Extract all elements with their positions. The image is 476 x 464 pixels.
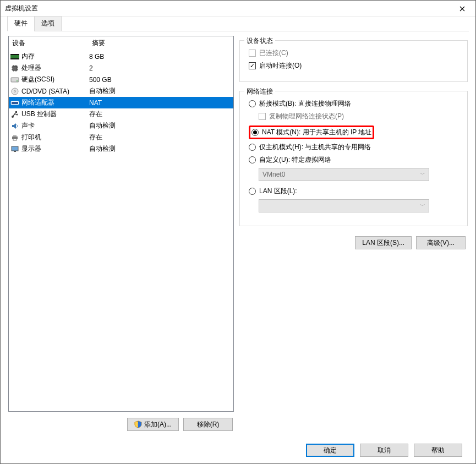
svg-rect-4 <box>11 78 19 82</box>
close-button[interactable] <box>450 1 474 17</box>
svg-rect-3 <box>13 66 17 70</box>
svg-rect-2 <box>10 58 19 59</box>
replicate-label: 复制物理网络连接状态(P) <box>269 112 344 121</box>
row-summary: 2 <box>89 64 232 72</box>
radio-bridge[interactable] <box>249 100 256 107</box>
radio-nat[interactable] <box>251 129 259 136</box>
svg-rect-1 <box>10 54 19 55</box>
memory-icon <box>10 52 20 61</box>
row-cd[interactable]: CD/DVD (SATA) 自动检测 <box>9 85 233 97</box>
row-label: CD/DVD (SATA) <box>21 88 89 95</box>
sound-icon <box>10 122 20 130</box>
svg-rect-15 <box>13 139 17 140</box>
radio-custom[interactable] <box>249 156 256 163</box>
row-summary: 存在 <box>89 133 232 142</box>
svg-point-7 <box>14 90 16 92</box>
hostonly-label: 仅主机模式(H): 与主机共享的专用网络 <box>259 143 371 152</box>
display-icon <box>10 145 20 154</box>
remove-button[interactable]: 移除(R) <box>183 418 233 431</box>
connected-label: 已连接(C) <box>259 48 288 58</box>
row-display[interactable]: 显示器 自动检测 <box>9 143 233 155</box>
row-label: 硬盘(SCSI) <box>21 75 89 84</box>
device-status-group: 设备状态 已连接(C) ✓ 启动时连接(O) <box>239 40 468 82</box>
chevron-down-icon: ﹀ <box>420 171 425 178</box>
row-summary: 500 GB <box>89 76 232 84</box>
cancel-button[interactable]: 取消 <box>360 444 408 457</box>
shield-icon <box>134 421 142 428</box>
nat-highlight: NAT 模式(N): 用于共享主机的 IP 地址 <box>249 125 374 139</box>
col-header-device: 设备 <box>9 36 89 50</box>
group-legend: 设备状态 <box>244 36 275 46</box>
network-connection-group: 网络连接 桥接模式(B): 直接连接物理网络 复制物理网络连接状态(P) NAT… <box>239 91 468 226</box>
row-label: 声卡 <box>21 121 89 130</box>
bridge-label: 桥接模式(B): 直接连接物理网络 <box>259 99 351 108</box>
row-summary: 自动检测 <box>89 86 232 96</box>
network-icon <box>10 99 20 107</box>
cpu-icon <box>10 64 20 73</box>
col-header-summary: 摘要 <box>89 36 233 50</box>
help-button[interactable]: 帮助 <box>414 444 462 457</box>
ok-button[interactable]: 确定 <box>306 444 354 457</box>
row-printer[interactable]: 打印机 存在 <box>9 132 233 143</box>
advanced-button[interactable]: 高级(V)... <box>416 236 466 249</box>
usb-icon <box>10 110 20 119</box>
add-button[interactable]: 添加(A)... <box>127 418 179 431</box>
nat-label: NAT 模式(N): 用于共享主机的 IP 地址 <box>262 128 371 137</box>
row-summary: 8 GB <box>89 53 232 61</box>
disk-icon <box>10 75 20 84</box>
lan-segments-button[interactable]: LAN 区段(S)... <box>355 236 412 249</box>
row-label: 打印机 <box>21 133 89 142</box>
group-legend: 网络连接 <box>244 87 275 96</box>
connect-poweron-label: 启动时连接(O) <box>259 61 302 70</box>
lan-label: LAN 区段(L): <box>259 187 297 196</box>
row-summary: 自动检测 <box>89 144 232 154</box>
printer-icon <box>10 133 20 142</box>
row-label: USB 控制器 <box>21 110 89 119</box>
radio-lan[interactable] <box>249 188 256 195</box>
row-summary: 存在 <box>89 110 232 119</box>
tab-hardware[interactable]: 硬件 <box>7 16 35 31</box>
row-disk[interactable]: 硬盘(SCSI) 500 GB <box>9 74 233 85</box>
row-usb[interactable]: USB 控制器 存在 <box>9 108 233 120</box>
custom-label: 自定义(U): 特定虚拟网络 <box>259 155 331 165</box>
row-label: 网络适配器 <box>21 98 89 107</box>
window-title: 虚拟机设置 <box>5 4 450 13</box>
custom-network-value: VMnet0 <box>262 171 285 178</box>
svg-rect-16 <box>12 146 18 151</box>
svg-rect-0 <box>10 55 19 58</box>
svg-point-5 <box>17 80 18 81</box>
lan-segment-select: ﹀ <box>259 199 429 212</box>
row-label: 内存 <box>21 52 89 61</box>
row-label: 显示器 <box>21 144 89 154</box>
svg-rect-9 <box>12 102 18 104</box>
connect-poweron-checkbox[interactable]: ✓ <box>249 62 256 69</box>
custom-network-select: VMnet0 ﹀ <box>259 168 429 181</box>
row-summary: NAT <box>89 99 232 107</box>
svg-rect-11 <box>15 111 17 113</box>
chevron-down-icon: ﹀ <box>420 202 425 210</box>
close-icon <box>459 6 465 12</box>
row-network[interactable]: 网络适配器 NAT <box>9 97 233 108</box>
row-label: 处理器 <box>21 63 89 73</box>
row-cpu[interactable]: 处理器 2 <box>9 62 233 74</box>
svg-rect-17 <box>14 151 16 152</box>
row-summary: 自动检测 <box>89 121 232 130</box>
replicate-checkbox <box>259 113 266 120</box>
add-label: 添加(A)... <box>144 420 172 429</box>
row-sound[interactable]: 声卡 自动检测 <box>9 120 233 132</box>
svg-rect-14 <box>13 135 17 137</box>
connected-checkbox <box>249 50 256 57</box>
radio-hostonly[interactable] <box>249 144 256 151</box>
row-memory[interactable]: 内存 8 GB <box>9 51 233 62</box>
tab-options[interactable]: 选项 <box>34 16 62 31</box>
cd-icon <box>10 87 20 96</box>
device-list[interactable]: 设备 摘要 内存 8 GB 处理器 2 硬盘(SCSI) 500 GB <box>8 36 234 412</box>
